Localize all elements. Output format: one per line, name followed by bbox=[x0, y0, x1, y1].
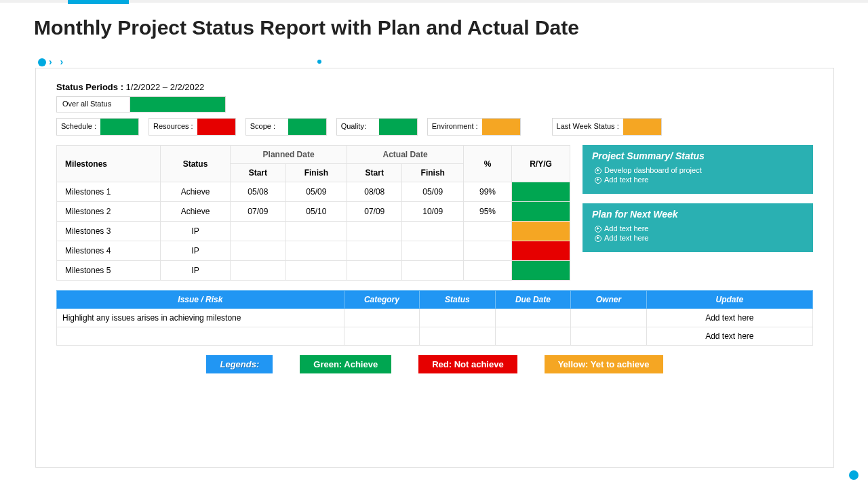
metric-label: Schedule : bbox=[57, 119, 100, 135]
milestones-table: Milestones Status Planned Date Actual Da… bbox=[56, 145, 570, 281]
ryg-chip bbox=[512, 241, 570, 260]
ryg-chip bbox=[512, 202, 570, 221]
cell: Add text here bbox=[646, 309, 812, 327]
table-row: Milestones 4IP bbox=[57, 241, 570, 261]
issues-th: Owner bbox=[571, 291, 647, 309]
cell bbox=[285, 241, 347, 261]
th-planned: Planned Date bbox=[231, 146, 347, 164]
list-item: Develop dashboard of project bbox=[604, 165, 804, 175]
status-period-value: 1/2/2022 – 2/2/2022 bbox=[126, 82, 205, 92]
table-row: Milestones 5IP bbox=[57, 261, 570, 281]
metric-label: Scope : bbox=[246, 119, 288, 135]
list-item: Add text here bbox=[604, 233, 804, 243]
cell: Achieve bbox=[160, 182, 230, 202]
corner-dot-icon bbox=[849, 470, 859, 480]
cell bbox=[344, 327, 420, 346]
cell: Milestones 5 bbox=[57, 261, 161, 281]
cell: 05/10 bbox=[285, 202, 347, 222]
issues-table: Issue / RiskCategoryStatusDue DateOwnerU… bbox=[56, 290, 813, 346]
overall-status-label: Over all Status bbox=[57, 97, 130, 112]
cell bbox=[285, 261, 347, 281]
cell: Add text here bbox=[646, 327, 812, 346]
metric-label: Last Week Status : bbox=[553, 119, 623, 135]
list-item: Add text here bbox=[604, 175, 804, 184]
metric-4: Environment : bbox=[427, 118, 521, 136]
issues-tbody: Highlight any issues arises in achieving… bbox=[57, 309, 813, 346]
summary-card: Project Summary/ Status Develop dashboar… bbox=[583, 145, 813, 194]
cell bbox=[464, 241, 512, 261]
cell bbox=[285, 222, 347, 241]
ryg-cell bbox=[512, 222, 570, 241]
cell: IP bbox=[160, 261, 230, 281]
cell bbox=[402, 261, 464, 281]
ryg-chip bbox=[512, 182, 570, 201]
legend-green: Green: Achieve bbox=[300, 355, 391, 373]
plan-card-title: Plan for Next Week bbox=[592, 209, 804, 220]
overall-status: Over all Status bbox=[56, 96, 226, 113]
summary-card-title: Project Summary/ Status bbox=[592, 150, 804, 161]
ryg-cell bbox=[512, 202, 570, 222]
metric-3: Quality: bbox=[336, 118, 418, 136]
cell: IP bbox=[160, 222, 230, 241]
cell bbox=[402, 241, 464, 261]
cell: 05/08 bbox=[231, 182, 285, 202]
cell: Milestones 1 bbox=[57, 182, 161, 202]
cell bbox=[402, 222, 464, 241]
list-item: Add text here bbox=[604, 224, 804, 233]
th-milestones: Milestones bbox=[57, 146, 161, 182]
issues-th: Category bbox=[344, 291, 420, 309]
cell bbox=[347, 261, 402, 281]
ryg-chip bbox=[512, 222, 570, 241]
issues-th: Due Date bbox=[495, 291, 571, 309]
th-pstart: Start bbox=[231, 164, 285, 182]
metric-chip bbox=[197, 119, 235, 135]
th-pct: % bbox=[464, 146, 512, 182]
status-period-label: Status Periods : bbox=[56, 82, 123, 92]
legend-red: Red: Not achieve bbox=[418, 355, 517, 373]
metric-chip bbox=[100, 119, 138, 135]
cell bbox=[420, 327, 496, 346]
metric-5: Last Week Status : bbox=[552, 118, 662, 136]
cell: Milestones 3 bbox=[57, 222, 161, 241]
cell: 10/09 bbox=[402, 202, 464, 222]
legend-title: Legends: bbox=[206, 355, 273, 373]
cell bbox=[495, 327, 571, 346]
table-row: Highlight any issues arises in achieving… bbox=[57, 309, 813, 327]
metric-chip bbox=[288, 119, 326, 135]
metric-chip bbox=[623, 119, 661, 135]
cell: 99% bbox=[464, 182, 512, 202]
metrics-row: Schedule :Resources :Scope :Quality:Envi… bbox=[56, 118, 813, 136]
plan-card-list: Add text hereAdd text here bbox=[592, 224, 804, 243]
metric-chip bbox=[379, 119, 417, 135]
table-row: Add text here bbox=[57, 327, 813, 346]
metric-1: Resources : bbox=[149, 118, 236, 136]
metric-2: Scope : bbox=[245, 118, 327, 136]
cell: 05/09 bbox=[402, 182, 464, 202]
cell: 95% bbox=[464, 202, 512, 222]
cell bbox=[347, 222, 402, 241]
th-status: Status bbox=[160, 146, 230, 182]
cell: Milestones 2 bbox=[57, 202, 161, 222]
metric-label: Resources : bbox=[149, 119, 197, 135]
cell bbox=[464, 261, 512, 281]
metric-label: Environment : bbox=[428, 119, 482, 135]
top-accent bbox=[68, 0, 129, 4]
cell bbox=[420, 309, 496, 327]
th-ryg: R/Y/G bbox=[512, 146, 570, 182]
table-row: Milestones 1Achieve05/0805/0908/0805/099… bbox=[57, 182, 570, 202]
th-astart: Start bbox=[347, 164, 402, 182]
cell: 08/08 bbox=[347, 182, 402, 202]
cell bbox=[231, 261, 285, 281]
cell bbox=[571, 309, 647, 327]
ryg-chip bbox=[512, 261, 570, 280]
th-actual: Actual Date bbox=[347, 146, 464, 164]
cell: Milestones 4 bbox=[57, 241, 161, 261]
metric-0: Schedule : bbox=[56, 118, 139, 136]
cell bbox=[57, 327, 344, 346]
milestones-tbody: Milestones 1Achieve05/0805/0908/0805/099… bbox=[57, 182, 570, 281]
decor-dot-icon bbox=[38, 58, 46, 66]
slide-frame: Status Periods : 1/2/2022 – 2/2/2022 Ove… bbox=[35, 68, 834, 468]
issues-th: Status bbox=[420, 291, 496, 309]
th-afinish: Finish bbox=[402, 164, 464, 182]
legend-yellow: Yellow: Yet to achieve bbox=[545, 355, 663, 373]
